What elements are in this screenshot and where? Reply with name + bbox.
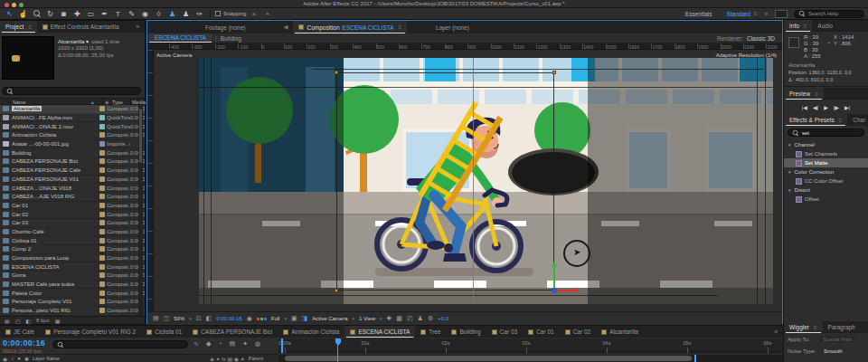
puppet-pin-tool[interactable]: ♟ <box>166 9 178 19</box>
tabstrip-overflow[interactable]: » <box>130 21 145 33</box>
effect-set-matte[interactable]: Set Matte <box>784 158 868 167</box>
project-item-comp-2[interactable]: Comp 2Composi...0:00:0 <box>0 245 145 254</box>
exposure-offset[interactable]: +0,0 <box>438 316 448 321</box>
clone-stamp-tool[interactable]: ◉ <box>139 9 151 19</box>
snapshot-icon[interactable]: ◉ <box>247 315 252 322</box>
timeline-tabs-overflow[interactable]: » <box>769 326 783 338</box>
project-item-chorrito-caf-[interactable]: Chorrito CaféComposi...0:00:0 <box>0 228 145 237</box>
renderer-value[interactable]: Classic 3D <box>747 35 775 42</box>
selection-tool[interactable]: ↖ <box>4 9 15 19</box>
rotation-tool[interactable]: ↻ <box>44 9 56 19</box>
workspace-menu-icon[interactable]: ≡ <box>754 11 758 16</box>
project-item-escena-ciclista[interactable]: ESCENA CICLISTAComposi...0:00:0 <box>0 262 145 272</box>
project-item-building[interactable]: BuildingComposi...0:00:0 <box>0 148 145 157</box>
project-item-master-caf-para-todos[interactable]: MASTER Café para todosComposi...0:00:0 <box>0 281 145 290</box>
snap-target-icon[interactable]: + <box>261 9 273 19</box>
tab-layer[interactable]: Layer (none) <box>430 21 475 33</box>
project-item-ciclista-01[interactable]: Ciclista 01Composi...0:00:0 <box>0 236 145 245</box>
eraser-tool[interactable]: ◊ <box>153 9 165 19</box>
play-button[interactable]: ▶ <box>824 104 828 110</box>
tab-project[interactable]: Project≡ <box>0 21 37 33</box>
project-bit-depth[interactable]: 8 bpc <box>36 318 50 323</box>
last-frame-button[interactable]: ▶| <box>844 104 850 110</box>
transparency-grid-icon[interactable]: ◨ <box>302 315 308 322</box>
tab-wiggler[interactable]: Wiggler≡ <box>784 321 823 333</box>
project-item-avatar-00-00-001-jpg[interactable]: Avatar ...-00-00-001.jpgImporte...G <box>0 140 145 149</box>
timeline-tab-car-02[interactable]: Car 02 <box>560 326 597 338</box>
composition-mini-flowchart-icon[interactable]: ∿ <box>193 340 199 348</box>
always-preview-icon[interactable]: ▤ <box>153 315 159 322</box>
draft-3d-icon[interactable]: ◆ <box>206 340 211 348</box>
project-item-cabeza-personaje-v01[interactable]: CABEZA PERSONAJE V01Composi...0:00:0 <box>0 176 145 185</box>
project-item-car-01[interactable]: Car 01Composi...0:00:0 <box>0 202 145 211</box>
shape-tool[interactable]: ▭ <box>85 9 97 19</box>
timeline-tab-animaci-n-ciclista[interactable]: Animación Ciclista <box>278 326 344 338</box>
switches-icons[interactable]: ◈ ✦ fx ▤ ◉ ✶ <box>210 356 245 362</box>
work-area-start[interactable] <box>281 338 283 353</box>
reset-exposure-icon[interactable]: ⚙ <box>428 315 433 322</box>
new-composition-icon[interactable]: ◧ <box>25 318 31 324</box>
solo-switch-icon[interactable]: ● <box>17 356 21 361</box>
project-list-header[interactable]: Name ▲ ◈ Type Media Dura <box>0 98 145 105</box>
roto-brush-tool[interactable]: ✑ <box>193 9 205 19</box>
project-item-cabeza-aje-v018-rig[interactable]: CABEZA ...AJE V018 RIGComposi...0:00:0 <box>0 193 145 202</box>
preview-item-name[interactable]: Alcantarilla ▾ <box>58 39 89 44</box>
project-item-composicion-para-loop[interactable]: Composicion para LoopComposi...0:00:0 <box>0 254 145 263</box>
timeline-tab-cabeza-personaje-bici[interactable]: CABEZA PERSONAJE Bici <box>187 326 278 338</box>
fast-previews-icon[interactable]: ▩ <box>396 315 402 322</box>
panel-menu-icon[interactable]: ≡ <box>399 24 402 30</box>
mask-visibility-icon[interactable]: ◧ <box>206 315 212 322</box>
pixel-aspect-icon[interactable]: ✚ <box>386 315 392 322</box>
workspace-overflow[interactable]: » <box>764 11 768 17</box>
effects-search-input[interactable]: set <box>788 129 864 137</box>
project-item-animaci-n-ciclista[interactable]: Animación CiclistaComposi...0:00:0 <box>0 131 145 140</box>
channel-icon[interactable] <box>257 318 267 320</box>
timeline-scrollbar[interactable] <box>278 355 783 362</box>
magnification-icon[interactable]: ◫ <box>164 315 170 322</box>
zoom-level[interactable]: 50% <box>174 316 184 321</box>
project-item-cabeza-personaje-bici[interactable]: CABEZA PERSONAJE BiciComposi...0:00:0 <box>0 157 145 167</box>
tab-composition[interactable]: Composition ESCENA CICLISTA ≡ <box>293 21 407 33</box>
timeline-tab-car-01[interactable]: Car 01 <box>523 326 560 338</box>
audio-switch-icon[interactable]: ♪ <box>11 356 14 361</box>
project-item-cabeza-onaje-v018[interactable]: CABEZA ...ONAJE V018Composi...0:00:0 <box>0 184 145 193</box>
grid-guides-icon[interactable]: ⊡ <box>196 315 202 322</box>
subtab-building[interactable]: Building <box>221 35 241 42</box>
column-parent[interactable]: Parent <box>249 356 263 361</box>
previous-frame-button[interactable]: ◀| <box>813 104 818 110</box>
effect-cc-color-offset[interactable]: CC Color Offset <box>784 176 868 186</box>
interpret-footage-icon[interactable]: ▤ <box>5 318 10 324</box>
first-frame-button[interactable]: |◀ <box>802 104 807 110</box>
composition-viewport[interactable]: Active Camera Adaptive Resolution (1/4) <box>147 50 782 311</box>
project-scrollbar[interactable] <box>138 105 143 316</box>
snap-angle-icon[interactable]: × <box>248 9 259 19</box>
selection-handle[interactable] <box>552 71 556 74</box>
graph-editor-icon[interactable]: ◍ <box>255 340 260 348</box>
timeline-tab-alcantarilla[interactable]: Alcantarilla <box>596 326 644 338</box>
region-of-interest-icon[interactable]: ▣ <box>291 315 297 322</box>
timeline-search-input[interactable] <box>52 340 188 348</box>
snapping-checkbox-box[interactable] <box>215 11 221 16</box>
selection-handle[interactable] <box>335 71 338 74</box>
timeline-tab-ciclista-01[interactable]: Ciclista 01 <box>141 326 187 338</box>
timeline-tab-tree[interactable]: Tree <box>415 326 446 338</box>
tab-scroll-left-icon[interactable]: ◀ <box>278 21 293 33</box>
project-item-alcantarilla[interactable]: AlcantarillaComposi...0:00:0 <box>0 105 145 114</box>
snapping-checkbox[interactable]: Snapping <box>215 9 246 19</box>
video-switch-icon[interactable]: ◉ <box>3 356 7 362</box>
zoom-tool[interactable] <box>31 9 42 19</box>
tab-preview[interactable]: Preview≡ <box>784 88 824 100</box>
lock-switch-icon[interactable]: ✱ <box>24 356 29 362</box>
puppet-overlap-tool[interactable]: ♟ <box>180 9 192 19</box>
timeline-icon[interactable]: ◰ <box>407 315 413 322</box>
trash-icon[interactable]: ▦ <box>55 318 61 324</box>
timeline-tab-escena-ciclista[interactable]: ESCENA CICLISTA <box>344 326 415 338</box>
layer-selection-bounds[interactable] <box>336 72 554 291</box>
view-layout-select[interactable]: 1 View <box>359 316 375 321</box>
viewer-timecode[interactable]: 0:00:00:16 <box>216 316 241 321</box>
pen-tool[interactable]: ✒ <box>99 9 110 19</box>
timeline-tab-building[interactable]: Building <box>446 326 486 338</box>
project-item-cabeza-personaje-cafe[interactable]: CABEZA PERSONAJE CafeComposi...0:00:0 <box>0 167 145 176</box>
tab-info[interactable]: Info≡ <box>784 20 812 32</box>
resolution-select[interactable]: Full <box>271 316 280 321</box>
